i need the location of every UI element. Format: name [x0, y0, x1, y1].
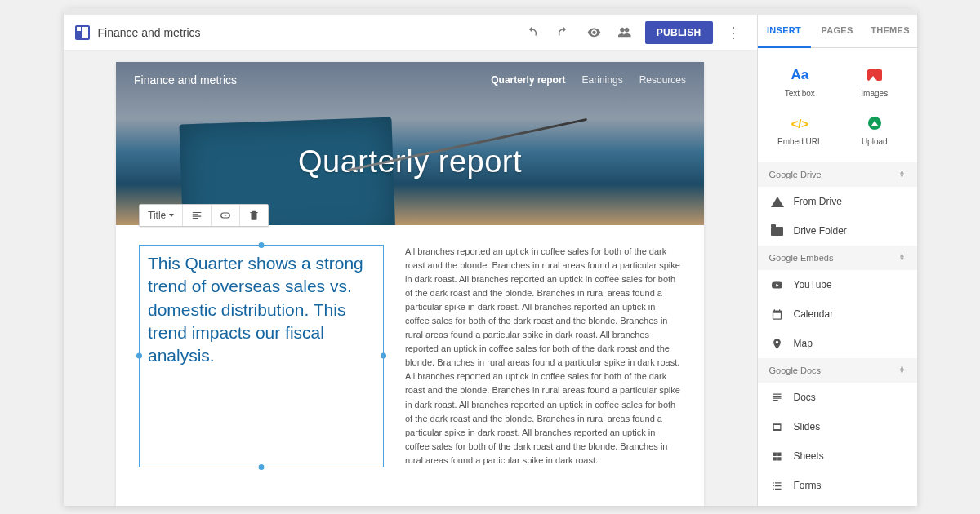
link-icon[interactable] — [212, 205, 240, 226]
content-area: Title — [116, 225, 704, 492]
youtube-icon — [771, 278, 784, 291]
headline-textbox[interactable]: This Quarter shows a strong trend of ove… — [139, 245, 384, 467]
item-drive-folder[interactable]: Drive Folder — [758, 216, 917, 246]
app-window: Finance and metrics PUBLISH ⋮ Finance an… — [64, 8, 917, 506]
slides-icon — [771, 420, 784, 433]
nav-link-quarterly[interactable]: Quarterly report — [491, 74, 565, 86]
top-toolbar: Finance and metrics PUBLISH ⋮ — [64, 15, 757, 51]
style-label: Title — [148, 210, 166, 221]
text-format-toolbar: Title — [139, 204, 269, 227]
insert-grid: Aa Text box Images </> Embed URL Upload — [758, 48, 917, 162]
item-youtube[interactable]: YouTube — [758, 270, 917, 299]
section-google-docs[interactable]: Google Docs ▲▼ — [758, 358, 917, 383]
images-icon — [867, 69, 882, 81]
editor-canvas: Finance and metrics Quarterly report Ear… — [64, 51, 757, 506]
undo-icon[interactable] — [521, 21, 544, 44]
docs-icon — [771, 391, 784, 404]
drive-icon — [771, 197, 784, 207]
textbox-icon: Aa — [791, 67, 808, 83]
item-calendar[interactable]: Calendar — [758, 299, 917, 329]
side-panel: INSERT PAGES THEMES Aa Text box Images <… — [758, 15, 917, 506]
upload-icon — [868, 117, 881, 130]
item-sheets[interactable]: Sheets — [758, 441, 917, 471]
hero-banner[interactable]: Finance and metrics Quarterly report Ear… — [116, 62, 704, 225]
nav-link-resources[interactable]: Resources — [639, 74, 686, 86]
tab-themes[interactable]: THEMES — [864, 15, 917, 47]
insert-textbox[interactable]: Aa Text box — [763, 60, 838, 108]
tab-insert[interactable]: INSERT — [758, 15, 811, 48]
style-dropdown[interactable]: Title — [140, 205, 183, 226]
insert-embed-url[interactable]: </> Embed URL — [763, 108, 838, 156]
side-tabs: INSERT PAGES THEMES — [758, 15, 917, 48]
calendar-icon — [771, 308, 784, 321]
caret-down-icon — [169, 214, 174, 217]
section-google-drive[interactable]: Google Drive ▲▼ — [758, 162, 917, 187]
more-options-icon[interactable]: ⋮ — [721, 24, 746, 42]
insert-upload[interactable]: Upload — [837, 108, 912, 156]
redo-icon[interactable] — [552, 21, 575, 44]
item-from-drive[interactable]: From Drive — [758, 187, 917, 216]
window-titlebar — [64, 8, 917, 15]
item-docs[interactable]: Docs — [758, 383, 917, 412]
delete-icon[interactable] — [240, 205, 268, 226]
forms-icon — [771, 479, 784, 492]
main-column: Finance and metrics PUBLISH ⋮ Finance an… — [64, 15, 758, 506]
resize-handle-right[interactable] — [381, 353, 386, 359]
sheets-icon — [771, 450, 784, 463]
nav-link-earnings[interactable]: Earinings — [582, 74, 623, 86]
page: Finance and metrics Quarterly report Ear… — [116, 62, 704, 506]
body-textbox[interactable]: All branches reported an uptick in coffe… — [405, 245, 681, 467]
headline-text: This Quarter shows a strong trend of ove… — [148, 254, 363, 365]
preview-icon[interactable] — [583, 21, 606, 44]
item-forms[interactable]: Forms — [758, 471, 917, 500]
align-icon[interactable] — [183, 205, 212, 226]
chevron-sort-icon: ▲▼ — [899, 366, 906, 374]
section-google-embeds[interactable]: Google Embeds ▲▼ — [758, 246, 917, 270]
item-slides[interactable]: Slides — [758, 412, 917, 441]
resize-handle-bottom[interactable] — [259, 464, 265, 470]
resize-handle-left[interactable] — [136, 353, 142, 359]
item-map[interactable]: Map — [758, 329, 917, 358]
chevron-sort-icon: ▲▼ — [899, 254, 906, 262]
app-body: Finance and metrics PUBLISH ⋮ Finance an… — [64, 15, 917, 506]
page-title[interactable]: Quarterly report — [298, 144, 522, 179]
folder-icon — [771, 227, 783, 236]
share-icon[interactable] — [614, 21, 637, 44]
chevron-sort-icon: ▲▼ — [899, 171, 906, 179]
resize-handle-top[interactable] — [259, 242, 265, 248]
map-pin-icon — [771, 337, 784, 350]
embed-icon: </> — [791, 117, 808, 131]
document-title[interactable]: Finance and metrics — [98, 26, 201, 39]
app-logo-icon — [75, 25, 90, 40]
site-nav: Finance and metrics Quarterly report Ear… — [116, 62, 704, 98]
publish-button[interactable]: PUBLISH — [645, 21, 713, 44]
tab-pages[interactable]: PAGES — [811, 15, 864, 47]
insert-images[interactable]: Images — [837, 60, 912, 108]
site-title[interactable]: Finance and metrics — [134, 73, 237, 86]
